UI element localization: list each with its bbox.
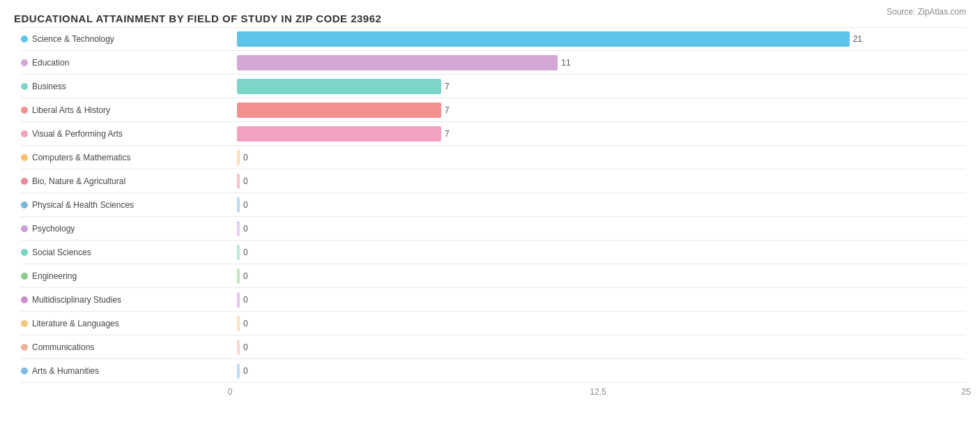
- bar-label-container: Social Sciences: [21, 248, 237, 257]
- bar-row: Social Sciences0: [21, 241, 966, 264]
- bar-container: 11: [237, 55, 966, 70]
- bar-fill: [237, 340, 240, 355]
- bar-container: 21: [237, 31, 966, 47]
- bar-value-label: 11: [561, 58, 570, 68]
- bar-value-label: 0: [243, 176, 248, 186]
- bar-row: Arts & Humanities0: [21, 359, 966, 383]
- bar-label-text: Communications: [32, 342, 94, 352]
- bar-label-container: Physical & Health Sciences: [21, 200, 237, 210]
- bar-label-text: Physical & Health Sciences: [32, 200, 134, 210]
- bar-label-container: Visual & Performing Arts: [21, 129, 237, 139]
- bar-label-text: Business: [32, 82, 66, 91]
- bar-fill: [237, 197, 240, 213]
- bar-container: 7: [237, 103, 966, 118]
- bar-value-label: 0: [243, 295, 248, 305]
- bar-fill: [237, 103, 441, 118]
- bar-fill: [237, 79, 441, 94]
- bar-container: 0: [237, 197, 966, 213]
- bar-dot: [21, 107, 28, 114]
- bar-label-text: Visual & Performing Arts: [32, 129, 123, 139]
- bar-row: Business7: [21, 75, 966, 98]
- bar-dot: [21, 202, 28, 208]
- bar-dot: [21, 296, 28, 303]
- bar-row: Liberal Arts & History7: [21, 98, 966, 122]
- bar-label-container: Engineering: [21, 271, 237, 281]
- bar-row: Communications0: [21, 335, 966, 359]
- bar-container: 7: [237, 126, 966, 142]
- chart-title: EDUCATIONAL ATTAINMENT BY FIELD OF STUDY…: [14, 7, 381, 24]
- bar-dot: [21, 249, 28, 256]
- bar-fill: [237, 245, 240, 260]
- bar-fill: [237, 316, 240, 331]
- bar-row: Visual & Performing Arts7: [21, 122, 966, 146]
- bar-label-text: Education: [32, 58, 69, 68]
- bar-container: 0: [237, 245, 966, 260]
- bar-label-container: Bio, Nature & Agricultural: [21, 176, 237, 186]
- bar-fill: [237, 292, 240, 308]
- bar-row: Education11: [21, 51, 966, 75]
- bar-row: Bio, Nature & Agricultural0: [21, 169, 966, 193]
- x-axis-tick: 0: [228, 387, 233, 397]
- bar-row: Engineering0: [21, 264, 966, 288]
- chart-wrapper: EDUCATIONAL ATTAINMENT BY FIELD OF STUDY…: [14, 7, 966, 401]
- bar-fill: [237, 31, 850, 47]
- bar-value-label: 21: [853, 34, 862, 44]
- bar-row: Multidisciplinary Studies0: [21, 288, 966, 312]
- bar-label-container: Liberal Arts & History: [21, 105, 237, 115]
- bar-container: 0: [237, 292, 966, 308]
- bar-dot: [21, 225, 28, 232]
- bar-container: 0: [237, 174, 966, 189]
- bar-dot: [21, 178, 28, 185]
- bar-fill: [237, 174, 240, 189]
- bar-container: 0: [237, 150, 966, 165]
- x-axis-tick: 12.5: [590, 387, 606, 397]
- source-label: Source: ZipAtlas.com: [887, 7, 966, 17]
- bar-value-label: 0: [243, 153, 248, 162]
- bar-label-container: Computers & Mathematics: [21, 153, 237, 162]
- bar-container: 7: [237, 79, 966, 94]
- chart-area: Science & Technology21Education11Busines…: [14, 27, 966, 383]
- bar-dot: [21, 320, 28, 327]
- bar-container: 0: [237, 363, 966, 379]
- bar-label-text: Social Sciences: [32, 248, 91, 257]
- bar-label-text: Arts & Humanities: [32, 366, 99, 376]
- bar-value-label: 0: [243, 342, 248, 352]
- bar-value-label: 0: [243, 366, 248, 376]
- bar-fill: [237, 363, 240, 379]
- bar-row: Psychology0: [21, 217, 966, 241]
- bar-dot: [21, 154, 28, 161]
- bar-label-container: Communications: [21, 342, 237, 352]
- bar-dot: [21, 59, 28, 66]
- bar-container: 0: [237, 340, 966, 355]
- bar-label-container: Education: [21, 58, 237, 68]
- bar-fill: [237, 221, 240, 236]
- bar-row: Computers & Mathematics0: [21, 146, 966, 169]
- bar-row: Literature & Languages0: [21, 312, 966, 335]
- bar-label-container: Psychology: [21, 224, 237, 234]
- bar-label-text: Bio, Nature & Agricultural: [32, 176, 125, 186]
- bar-value-label: 0: [243, 200, 248, 210]
- bar-dot: [21, 130, 28, 137]
- bar-dot: [21, 273, 28, 280]
- bar-dot: [21, 344, 28, 351]
- bar-label-text: Multidisciplinary Studies: [32, 295, 121, 305]
- bar-value-label: 0: [243, 271, 248, 281]
- bar-value-label: 7: [445, 105, 450, 115]
- bar-label-container: Multidisciplinary Studies: [21, 295, 237, 305]
- bar-label-text: Science & Technology: [32, 34, 114, 44]
- bar-fill: [237, 268, 240, 284]
- bar-container: 0: [237, 221, 966, 236]
- bar-value-label: 7: [445, 129, 450, 139]
- bar-row: Physical & Health Sciences0: [21, 193, 966, 217]
- bar-label-text: Liberal Arts & History: [32, 105, 110, 115]
- bar-fill: [237, 55, 558, 70]
- bar-value-label: 0: [243, 248, 248, 257]
- bar-fill: [237, 126, 441, 142]
- bar-label-container: Literature & Languages: [21, 319, 237, 328]
- bar-dot: [21, 36, 28, 43]
- bar-container: 0: [237, 316, 966, 331]
- bar-value-label: 0: [243, 319, 248, 328]
- bar-row: Science & Technology21: [21, 27, 966, 51]
- bar-dot: [21, 83, 28, 90]
- x-axis: 012.525: [230, 387, 966, 401]
